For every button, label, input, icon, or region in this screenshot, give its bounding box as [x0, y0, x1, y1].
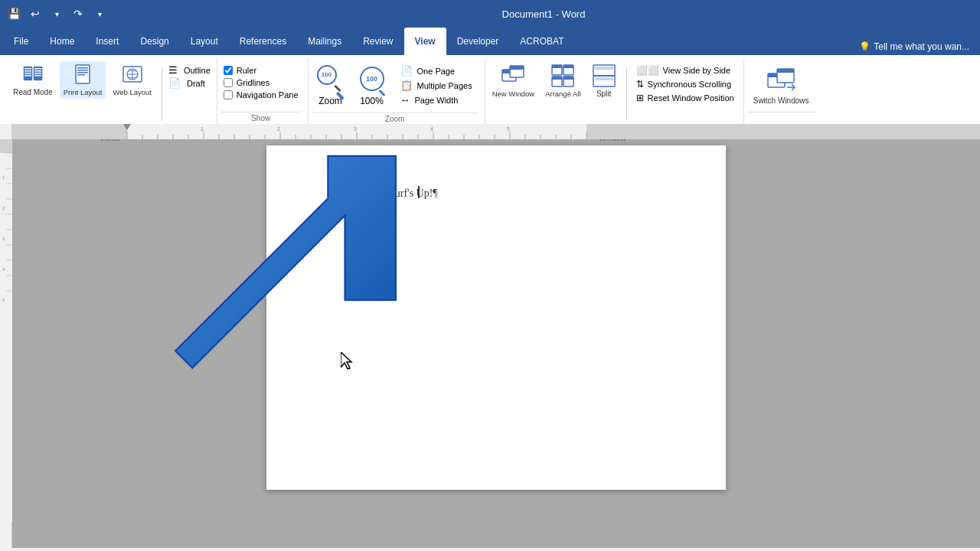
- zoom-lens-text: 100: [322, 71, 332, 78]
- new-window-icon: [501, 64, 525, 88]
- switch-windows-label: Switch Windows: [753, 96, 809, 105]
- horizontal-ruler: 1 2 3: [12, 124, 980, 139]
- save-icon[interactable]: 💾: [6, 6, 21, 21]
- tab-mailings[interactable]: Mailings: [297, 28, 352, 55]
- views-group: Read Mode Print Layout: [6, 58, 217, 124]
- svg-rect-41: [0, 139, 12, 153]
- tab-home[interactable]: Home: [39, 28, 85, 55]
- switch-windows-button[interactable]: Switch Windows: [747, 61, 815, 108]
- sync-scrolling-button[interactable]: ⇅ Synchronous Scrolling: [633, 78, 737, 90]
- svg-marker-97: [175, 156, 396, 368]
- split-button[interactable]: Split: [588, 61, 620, 100]
- ruler-checkbox[interactable]: [224, 66, 233, 75]
- undo-dropdown-icon[interactable]: ▾: [49, 6, 64, 21]
- reset-window-button[interactable]: ⊞ Reset Window Position: [633, 92, 737, 104]
- zoom-100-button[interactable]: 100 100%: [353, 61, 391, 109]
- read-mode-button[interactable]: Read Mode: [9, 61, 57, 99]
- doc-container: 1 2 3: [12, 124, 980, 548]
- views-separator: [162, 67, 162, 121]
- arrange-all-button[interactable]: Arrange All: [541, 61, 584, 100]
- outline-button[interactable]: ☰ Outline: [168, 64, 211, 76]
- svg-rect-59: [586, 124, 980, 139]
- v-ruler-svg: 1 2 3 4 5: [0, 139, 12, 522]
- vertical-ruler: 1 2 3 4 5: [0, 124, 12, 548]
- reset-window-label: Reset Window Position: [648, 93, 734, 103]
- undo-icon[interactable]: ↩: [28, 6, 43, 21]
- tab-review[interactable]: Review: [352, 28, 403, 55]
- new-window-button[interactable]: New Window: [488, 61, 538, 100]
- view-side-by-side-icon: ⬜⬜: [636, 65, 659, 76]
- print-layout-label: Print Layout: [64, 88, 103, 96]
- web-layout-icon: [121, 64, 144, 86]
- view-side-by-side-button[interactable]: ⬜⬜ View Side by Side: [633, 64, 737, 77]
- tab-view[interactable]: View: [404, 28, 446, 55]
- outline-draft-group: ☰ Outline 📄 Draft: [168, 61, 211, 92]
- tab-design[interactable]: Design: [129, 28, 179, 55]
- lightbulb-icon: 💡: [859, 41, 871, 52]
- gridlines-checkbox[interactable]: [224, 78, 233, 87]
- sync-scrolling-label: Synchronous Scrolling: [648, 80, 731, 89]
- nav-pane-checkbox-item[interactable]: Navigation Pane: [224, 90, 299, 99]
- svg-rect-12: [77, 70, 88, 71]
- ruler-checkbox-item[interactable]: Ruler: [224, 66, 299, 75]
- zoom-group-content: 100 Zoom 100 100% 📄 One Page: [312, 58, 479, 112]
- tab-references[interactable]: References: [229, 28, 297, 55]
- svg-rect-28: [552, 77, 562, 80]
- multiple-pages-button[interactable]: 📋 Multiple Pages: [397, 79, 475, 92]
- read-mode-icon: [21, 64, 44, 86]
- svg-rect-58: [12, 124, 127, 139]
- page-width-icon: ↔: [400, 94, 410, 106]
- views-group-content: Read Mode Print Layout: [9, 58, 211, 132]
- svg-rect-7: [34, 70, 41, 72]
- tell-me-box[interactable]: 💡 Tell me what you wan...: [851, 38, 977, 55]
- web-layout-button[interactable]: Web Layout: [109, 61, 155, 99]
- svg-rect-6: [34, 68, 41, 70]
- nav-pane-label: Navigation Pane: [237, 90, 299, 99]
- svg-rect-5: [24, 75, 31, 77]
- svg-rect-11: [77, 67, 88, 69]
- print-layout-button[interactable]: Print Layout: [60, 61, 106, 99]
- svg-rect-24: [552, 65, 562, 68]
- tab-file[interactable]: File: [3, 28, 39, 55]
- svg-rect-38: [777, 69, 794, 73]
- multiple-pages-label: Multiple Pages: [417, 81, 472, 90]
- document-page[interactable]: Surf's Up!¶: [266, 145, 726, 490]
- svg-rect-8: [34, 73, 41, 74]
- zoom-group: 100 Zoom 100 100% 📄 One Page: [309, 58, 485, 124]
- svg-rect-30: [564, 77, 573, 80]
- one-page-icon: 📄: [400, 65, 413, 77]
- gridlines-checkbox-item[interactable]: Gridlines: [224, 78, 299, 87]
- customize-qat-icon[interactable]: ▾: [92, 6, 107, 21]
- multiple-pages-icon: 📋: [400, 80, 413, 91]
- svg-text:4: 4: [430, 126, 433, 132]
- svg-rect-40: [0, 139, 12, 522]
- read-mode-label: Read Mode: [13, 88, 53, 96]
- svg-rect-13: [77, 72, 88, 73]
- svg-text:2: 2: [277, 126, 280, 132]
- redo-icon[interactable]: ↷: [70, 6, 86, 21]
- show-group: Ruler Gridlines Navigation Pane Show: [217, 58, 309, 124]
- draft-button[interactable]: 📄 Draft: [168, 77, 211, 89]
- view-side-by-side-label: View Side by Side: [663, 66, 730, 75]
- zoom-button[interactable]: 100 Zoom: [312, 61, 350, 109]
- switch-windows-group-label: [747, 112, 815, 124]
- tab-developer[interactable]: Developer: [446, 28, 510, 55]
- arrange-all-icon: [550, 64, 575, 88]
- window-sub-group: ⬜⬜ View Side by Side ⇅ Synchronous Scrol…: [633, 61, 737, 107]
- tab-insert[interactable]: Insert: [85, 28, 129, 55]
- one-page-button[interactable]: 📄 One Page: [397, 64, 475, 77]
- print-layout-icon: [71, 64, 94, 86]
- nav-pane-checkbox[interactable]: [224, 90, 233, 99]
- tab-bar: File Home Insert Design Layout Reference…: [0, 28, 980, 55]
- web-layout-label: Web Layout: [113, 88, 152, 96]
- gridlines-label: Gridlines: [237, 78, 270, 87]
- doc-area: 1 2 3 4 5: [0, 124, 980, 548]
- svg-rect-3: [24, 70, 31, 72]
- tab-layout[interactable]: Layout: [180, 28, 229, 55]
- page-width-button[interactable]: ↔ Page Width: [397, 93, 475, 106]
- tab-acrobat[interactable]: ACROBAT: [509, 28, 574, 55]
- show-label: Show: [220, 112, 302, 124]
- arrange-all-label: Arrange All: [545, 90, 580, 98]
- document-text[interactable]: Surf's Up!¶: [389, 187, 438, 200]
- show-group-content: Ruler Gridlines Navigation Pane: [220, 58, 302, 112]
